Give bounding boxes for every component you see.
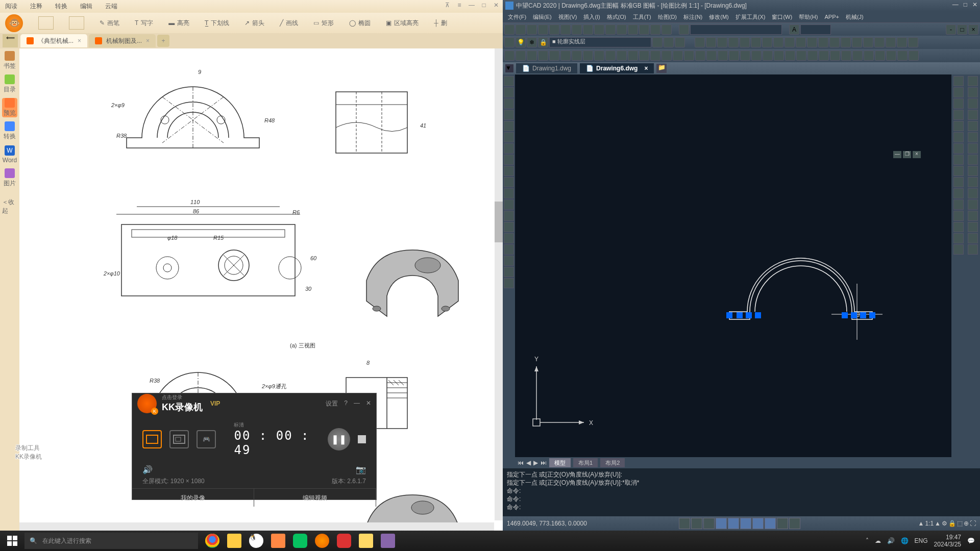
r2-icon[interactable] bbox=[968, 87, 978, 97]
menu-help[interactable]: 帮助(H) bbox=[796, 13, 820, 21]
dyn-button[interactable] bbox=[752, 518, 764, 529]
pline-icon[interactable] bbox=[504, 98, 514, 109]
camera-icon[interactable]: 📷 bbox=[356, 465, 366, 474]
stretch-icon[interactable] bbox=[953, 166, 964, 176]
m34-icon[interactable] bbox=[875, 51, 885, 61]
polygon-icon[interactable] bbox=[504, 110, 514, 120]
r8-icon[interactable] bbox=[968, 155, 978, 165]
grip-point[interactable] bbox=[869, 312, 875, 318]
inner-max-icon[interactable]: □ bbox=[957, 24, 967, 35]
menu-insert[interactable]: 插入(I) bbox=[581, 13, 602, 21]
clean-icon[interactable]: ⛶ bbox=[970, 520, 976, 527]
filetab-home-icon[interactable]: ▼ bbox=[505, 64, 513, 72]
taskbar-netease[interactable] bbox=[334, 531, 354, 551]
hardware-icon[interactable]: ⬚ bbox=[957, 520, 963, 527]
m5-icon[interactable] bbox=[549, 51, 559, 61]
m21-icon[interactable] bbox=[729, 51, 739, 61]
r5-icon[interactable] bbox=[968, 121, 978, 131]
sidebar-convert[interactable]: 转换 bbox=[2, 121, 17, 141]
zoomwin-icon[interactable] bbox=[650, 24, 660, 35]
chamfer-icon[interactable] bbox=[953, 222, 964, 232]
annotation-icon[interactable]: ▲ bbox=[918, 520, 924, 527]
mtext-icon[interactable] bbox=[504, 278, 514, 288]
taskbar-wechat[interactable] bbox=[290, 531, 310, 551]
app-logo-icon[interactable]: 🐵 bbox=[5, 14, 23, 32]
m31-icon[interactable] bbox=[841, 51, 851, 61]
dim-update-icon[interactable] bbox=[897, 37, 907, 47]
taskbar-app2[interactable] bbox=[224, 531, 244, 551]
tab-add-button[interactable]: + bbox=[157, 35, 169, 47]
sidebar-image[interactable]: 图片 bbox=[2, 168, 17, 188]
copy-icon[interactable] bbox=[953, 87, 964, 97]
sound-icon[interactable]: 🔊 bbox=[142, 465, 153, 474]
taskbar-firefox[interactable] bbox=[312, 531, 332, 551]
linetype-combo[interactable] bbox=[690, 24, 782, 35]
inner-close-icon[interactable]: × bbox=[913, 151, 921, 158]
grip-point[interactable] bbox=[851, 312, 857, 318]
menu-window[interactable]: 窗口(W) bbox=[769, 13, 795, 21]
spline-icon[interactable] bbox=[504, 166, 514, 176]
grip-point[interactable] bbox=[737, 312, 743, 318]
dim-center-icon[interactable] bbox=[841, 37, 851, 47]
kk-myrecord-button[interactable]: 我的录像 bbox=[132, 489, 254, 507]
mirror-icon[interactable] bbox=[953, 98, 964, 109]
mode-game-button[interactable]: 🎮 bbox=[197, 430, 216, 448]
minimize-icon[interactable]: — bbox=[952, 1, 959, 8]
pin-icon[interactable]: ⊼ bbox=[443, 2, 451, 10]
ortho-button[interactable] bbox=[703, 518, 715, 529]
save-icon[interactable] bbox=[69, 16, 84, 30]
join-icon[interactable] bbox=[953, 211, 964, 221]
tray-network-icon[interactable]: 🌐 bbox=[901, 537, 909, 544]
start-button[interactable] bbox=[0, 531, 24, 551]
cut-icon[interactable] bbox=[560, 24, 571, 35]
extend-icon[interactable] bbox=[953, 188, 964, 198]
close-icon[interactable]: × bbox=[78, 37, 81, 44]
polar-button[interactable] bbox=[716, 518, 727, 529]
r11-icon[interactable] bbox=[968, 188, 978, 198]
scale-icon[interactable] bbox=[953, 155, 964, 165]
dim-ang-icon[interactable] bbox=[762, 37, 772, 47]
zoom-icon[interactable] bbox=[639, 24, 649, 35]
search-input[interactable]: 🔍 在此键入进行搜索 bbox=[24, 533, 198, 549]
lock-icon[interactable]: 🔒 bbox=[948, 520, 956, 527]
close-icon[interactable]: ✕ bbox=[492, 2, 500, 10]
m36-icon[interactable] bbox=[897, 51, 908, 61]
dim-tol-icon[interactable] bbox=[829, 37, 840, 47]
m32-icon[interactable] bbox=[852, 51, 863, 61]
taskbar-app9[interactable] bbox=[378, 531, 398, 551]
m3-icon[interactable] bbox=[527, 51, 537, 61]
m19-icon[interactable] bbox=[706, 51, 717, 61]
filetab-new-icon[interactable]: 📁 bbox=[656, 64, 667, 73]
r15-icon[interactable] bbox=[968, 233, 978, 243]
r13-icon[interactable] bbox=[968, 211, 978, 221]
maximize-icon[interactable]: □ bbox=[964, 1, 967, 8]
dim-tedit-icon[interactable] bbox=[886, 37, 896, 47]
kk-editvideo-button[interactable]: 编辑视频 bbox=[254, 489, 376, 507]
m29-icon[interactable] bbox=[819, 51, 829, 61]
offset-icon[interactable] bbox=[953, 110, 964, 120]
ellipsearc-icon[interactable] bbox=[504, 188, 514, 198]
pdf-tab-1[interactable]: 《典型机械...× bbox=[20, 34, 87, 47]
r3-icon[interactable] bbox=[968, 98, 978, 109]
dim-cont-icon[interactable] bbox=[796, 37, 806, 47]
cad-arch-object[interactable] bbox=[719, 253, 883, 346]
tool-strike[interactable]: ┼删 bbox=[434, 19, 447, 28]
m22-icon[interactable] bbox=[740, 51, 750, 61]
menu-edit[interactable]: 编辑(E) bbox=[530, 13, 554, 21]
tray-notification-icon[interactable]: 💬 bbox=[967, 537, 975, 544]
close-icon[interactable]: × bbox=[146, 37, 150, 44]
paste-icon[interactable] bbox=[583, 24, 593, 35]
m13-icon[interactable] bbox=[639, 51, 649, 61]
help-icon[interactable]: ? bbox=[344, 399, 348, 408]
close-icon[interactable]: × bbox=[644, 65, 648, 72]
osnap-button[interactable] bbox=[728, 518, 739, 529]
menu-edit[interactable]: 编辑 bbox=[80, 2, 92, 11]
inner-min-icon[interactable]: — bbox=[893, 151, 901, 158]
r4-icon[interactable] bbox=[968, 110, 978, 120]
m24-icon[interactable] bbox=[763, 51, 773, 61]
menu-tools[interactable]: 工具(T) bbox=[630, 13, 654, 21]
tool-line[interactable]: ╱画线 bbox=[280, 19, 298, 28]
explode-icon[interactable] bbox=[953, 244, 964, 255]
dim-break-icon[interactable] bbox=[818, 37, 828, 47]
m25-icon[interactable] bbox=[774, 51, 784, 61]
